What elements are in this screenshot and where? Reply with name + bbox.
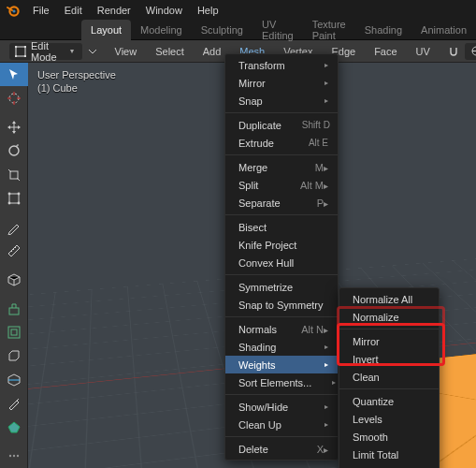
tool-select-box[interactable] (0, 63, 28, 86)
mesh-snap[interactable]: Snap▸ (225, 92, 338, 110)
weights-fix-deforms[interactable]: Fix Deforms (339, 463, 439, 468)
tool-more[interactable] (0, 445, 28, 468)
tool-scale[interactable] (0, 163, 28, 186)
mesh-bisect[interactable]: Bisect (225, 218, 338, 236)
weights-normalize-all[interactable]: Normalize All (339, 290, 439, 308)
tool-loopcut[interactable] (0, 368, 28, 391)
mesh-shading[interactable]: Shading▸ (225, 338, 338, 356)
workspace-tabs: Layout Modeling Sculpting UV Editing Tex… (0, 20, 476, 40)
mesh-transform[interactable]: Transform▸ (225, 56, 338, 74)
edit-mode-icon (15, 45, 26, 58)
svg-rect-24 (10, 171, 18, 179)
menu-file[interactable]: File (26, 2, 56, 19)
weights-submenu: Normalize All Normalize Mirror Invert Cl… (339, 287, 440, 468)
tool-measure[interactable] (0, 239, 28, 262)
svg-point-27 (18, 193, 21, 196)
mesh-weights[interactable]: Weights▸ (225, 356, 338, 373)
header-face[interactable]: Face (368, 43, 403, 60)
tab-layout[interactable]: Layout (81, 20, 131, 40)
tool-extrude[interactable] (0, 297, 28, 320)
mesh-convex-hull[interactable]: Convex Hull (225, 254, 338, 271)
weights-invert[interactable]: Invert (339, 350, 439, 368)
tab-modeling[interactable]: Modeling (131, 20, 192, 40)
svg-point-29 (18, 202, 21, 205)
tool-rotate[interactable] (0, 139, 28, 163)
svg-rect-25 (9, 194, 19, 203)
header-add[interactable]: Add (196, 43, 228, 60)
header-select[interactable]: Select (149, 43, 191, 60)
svg-point-34 (13, 455, 15, 457)
svg-rect-2 (16, 47, 25, 56)
weights-smooth[interactable]: Smooth (339, 428, 439, 446)
tool-cursor[interactable] (0, 86, 28, 110)
menu-window[interactable]: Window (139, 2, 189, 19)
tool-bevel[interactable] (0, 344, 28, 368)
svg-point-6 (24, 54, 26, 56)
tool-polybuild[interactable] (0, 416, 28, 439)
magnet-icon[interactable] (448, 45, 459, 58)
menu-help[interactable]: Help (191, 2, 225, 19)
weights-normalize[interactable]: Normalize (339, 308, 439, 326)
svg-rect-30 (9, 308, 19, 314)
weights-levels[interactable]: Levels (339, 410, 439, 428)
tool-annotate[interactable] (0, 215, 28, 239)
transform-orientation[interactable]: Global ▾ (465, 43, 476, 60)
mesh-sort[interactable]: Sort Elements...▸ (225, 373, 338, 391)
mesh-showhide[interactable]: Show/Hide▸ (225, 398, 338, 416)
svg-point-26 (8, 193, 11, 196)
tab-uv-editing[interactable]: UV Editing (252, 20, 303, 40)
svg-rect-32 (11, 329, 17, 335)
active-object-label: (1) Cube (37, 81, 116, 95)
mesh-snap-symmetry[interactable]: Snap to Symmetry (225, 296, 338, 314)
tab-texture-paint[interactable]: Texture Paint (303, 20, 355, 40)
header-uv[interactable]: UV (410, 43, 437, 60)
mode-label: Edit Mode (31, 40, 63, 63)
perspective-label: User Perspective (37, 68, 116, 81)
weights-mirror[interactable]: Mirror (339, 332, 439, 350)
mesh-extrude[interactable]: ExtrudeAlt E (225, 134, 338, 152)
mesh-duplicate[interactable]: DuplicateShift D (225, 116, 338, 134)
mesh-delete[interactable]: DeleteX▸ (225, 440, 338, 458)
tool-transform[interactable] (0, 186, 28, 210)
tool-inset[interactable] (0, 320, 28, 344)
chevron-down-icon: ▾ (67, 45, 77, 58)
tool-move[interactable] (0, 115, 28, 139)
menu-render[interactable]: Render (91, 2, 137, 19)
tab-shading[interactable]: Shading (355, 20, 411, 40)
mesh-cleanup[interactable]: Clean Up▸ (225, 416, 338, 433)
mesh-separate[interactable]: SeparateP▸ (225, 194, 338, 212)
dropdown-icon[interactable] (88, 45, 97, 58)
orientation-icon (470, 45, 476, 58)
tool-sidebar (0, 63, 28, 468)
mesh-split[interactable]: SplitAlt M▸ (225, 176, 338, 194)
blender-logo-icon (6, 3, 21, 18)
weights-limit-total[interactable]: Limit Total (339, 446, 439, 463)
svg-rect-31 (8, 327, 20, 338)
svg-point-35 (17, 455, 19, 457)
mesh-symmetrize[interactable]: Symmetrize (225, 278, 338, 296)
svg-point-5 (15, 54, 17, 56)
weights-quantize[interactable]: Quantize (339, 392, 439, 410)
mesh-menu: Transform▸ Mirror▸ Snap▸ DuplicateShift … (224, 53, 339, 461)
mesh-merge[interactable]: MergeM▸ (225, 158, 338, 176)
tool-knife[interactable] (0, 391, 28, 415)
tab-animation[interactable]: Animation (411, 20, 476, 40)
svg-point-33 (9, 455, 11, 457)
mesh-knife-project[interactable]: Knife Project (225, 236, 338, 254)
viewport-info-overlay: User Perspective (1) Cube (37, 68, 116, 95)
tab-sculpting[interactable]: Sculpting (192, 20, 252, 40)
svg-point-3 (15, 46, 17, 48)
mesh-mirror[interactable]: Mirror▸ (225, 74, 338, 92)
tool-add-cube[interactable] (0, 268, 28, 291)
svg-point-28 (8, 202, 11, 205)
header-view[interactable]: View (108, 43, 144, 60)
mode-selector[interactable]: Edit Mode ▾ (9, 43, 82, 60)
mesh-normals[interactable]: NormalsAlt N▸ (225, 320, 338, 338)
menu-edit[interactable]: Edit (58, 2, 89, 19)
weights-clean[interactable]: Clean (339, 368, 439, 386)
svg-point-4 (24, 46, 26, 48)
main-menu-bar: File Edit Render Window Help (0, 0, 476, 20)
